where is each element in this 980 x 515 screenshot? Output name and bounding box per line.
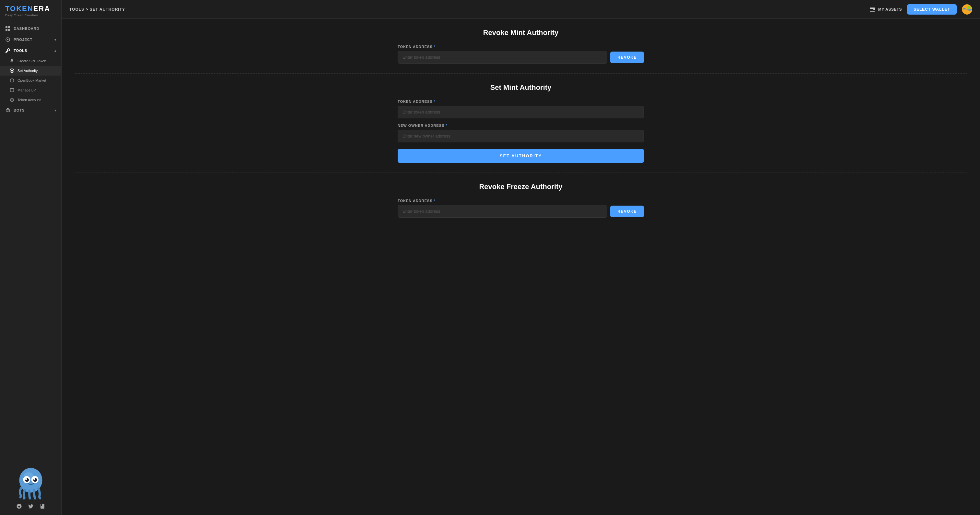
- sidebar-dashboard-label: DASHBOARD: [14, 27, 39, 30]
- svg-point-5: [7, 39, 8, 40]
- main-area: TOOLS > SET AUTHORITY MY ASSETS SELECT W…: [62, 0, 980, 515]
- revoke-mint-section: Revoke Mint Authority TOKEN ADDRESS * RE…: [398, 29, 644, 64]
- bots-chevron-icon: ▾: [54, 108, 56, 112]
- authority-icon: [10, 69, 14, 73]
- set-authority-btn-label: SET AUTHORITY: [500, 153, 542, 158]
- mascot-area: [0, 459, 61, 515]
- set-mint-title: Set Mint Authority: [398, 83, 644, 92]
- nav-section: DASHBOARD PROJECT ▾ TOOLS ▴ Create SPL T…: [0, 21, 61, 118]
- set-mint-token-label: TOKEN ADDRESS *: [398, 100, 644, 104]
- topbar-right: MY ASSETS SELECT WALLET: [870, 4, 972, 14]
- breadcrumb: TOOLS > SET AUTHORITY: [69, 7, 125, 12]
- book-icon[interactable]: [39, 503, 46, 510]
- telegram-icon[interactable]: [16, 503, 23, 510]
- sidebar-item-openbook-market[interactable]: OpenBook Market: [0, 76, 61, 85]
- manage-lp-icon: [10, 88, 14, 92]
- my-assets-button[interactable]: MY ASSETS: [870, 7, 902, 12]
- bots-icon: [5, 108, 10, 113]
- revoke-mint-token-label: TOKEN ADDRESS *: [398, 45, 644, 49]
- svg-point-8: [10, 79, 14, 82]
- svg-rect-2: [5, 29, 8, 31]
- sidebar: TOKENERA Easy Token Creation DASHBOARD P…: [0, 0, 62, 515]
- svg-rect-9: [10, 89, 14, 92]
- revoke-freeze-button[interactable]: REVOKE: [610, 206, 644, 217]
- logo-part1: TOKEN: [5, 5, 33, 13]
- revoke-freeze-btn-label: REVOKE: [617, 209, 637, 214]
- token-account-label: Token Account: [18, 98, 41, 102]
- openbook-icon: [10, 78, 14, 83]
- sidebar-bots-label: BOTS: [14, 108, 25, 112]
- set-mint-owner-input[interactable]: [398, 130, 644, 142]
- wallet-icon: [870, 7, 876, 12]
- sidebar-item-create-spl-token[interactable]: Create SPL Token: [0, 56, 61, 66]
- svg-point-25: [967, 6, 970, 9]
- set-mint-token-input[interactable]: [398, 106, 644, 118]
- project-chevron-icon: ▾: [54, 38, 56, 41]
- revoke-freeze-token-input[interactable]: [398, 205, 607, 218]
- logo: TOKENERA: [5, 5, 56, 13]
- set-authority-label: Set Authority: [18, 69, 38, 73]
- logo-subtitle: Easy Token Creation: [5, 14, 56, 17]
- set-mint-section: Set Mint Authority TOKEN ADDRESS * NEW O…: [398, 83, 644, 163]
- manage-lp-label: Manage LP: [18, 88, 36, 92]
- social-icons: [16, 503, 46, 510]
- openbook-label: OpenBook Market: [18, 78, 46, 82]
- sidebar-item-manage-lp[interactable]: Manage LP: [0, 85, 61, 95]
- project-icon: [5, 37, 10, 42]
- sidebar-item-bots[interactable]: BOTS ▾: [0, 105, 61, 116]
- svg-point-20: [33, 478, 35, 480]
- svg-point-7: [11, 70, 13, 71]
- svg-point-19: [25, 478, 27, 480]
- token-account-icon: [10, 97, 14, 102]
- set-mint-owner-label: NEW OWNER ADDRESS *: [398, 124, 644, 128]
- revoke-freeze-field-row: REVOKE: [398, 205, 644, 218]
- sidebar-item-project[interactable]: PROJECT ▾: [0, 34, 61, 45]
- dashboard-icon: [5, 26, 10, 31]
- svg-rect-0: [5, 26, 8, 28]
- select-wallet-label: SELECT WALLET: [913, 7, 950, 12]
- mascot-octopus: [13, 464, 49, 499]
- user-avatar[interactable]: [962, 4, 972, 14]
- breadcrumb-current: SET AUTHORITY: [90, 7, 125, 12]
- svg-rect-3: [8, 29, 10, 31]
- sidebar-item-token-account[interactable]: Token Account: [0, 95, 61, 105]
- create-spl-label: Create SPL Token: [18, 59, 46, 63]
- my-assets-label: MY ASSETS: [878, 7, 902, 12]
- rocket-icon: [10, 59, 14, 63]
- tools-chevron-icon: ▴: [54, 49, 56, 53]
- sidebar-project-label: PROJECT: [14, 38, 32, 41]
- twitter-icon[interactable]: [27, 503, 34, 510]
- sidebar-item-tools[interactable]: TOOLS ▴: [0, 45, 61, 56]
- breadcrumb-separator: >: [86, 7, 89, 12]
- sidebar-tools-label: TOOLS: [14, 49, 27, 53]
- revoke-freeze-section: Revoke Freeze Authority TOKEN ADDRESS * …: [398, 183, 644, 218]
- revoke-mint-btn-label: REVOKE: [617, 55, 637, 60]
- select-wallet-button[interactable]: SELECT WALLET: [907, 4, 957, 14]
- sidebar-item-dashboard[interactable]: DASHBOARD: [0, 23, 61, 34]
- revoke-freeze-token-label: TOKEN ADDRESS *: [398, 199, 644, 203]
- revoke-mint-field-row: REVOKE: [398, 51, 644, 64]
- logo-area: TOKENERA Easy Token Creation: [0, 0, 61, 21]
- revoke-mint-token-input[interactable]: [398, 51, 607, 64]
- logo-part2: ERA: [33, 5, 50, 13]
- divider-2: [75, 172, 967, 173]
- revoke-freeze-title: Revoke Freeze Authority: [398, 183, 644, 191]
- svg-rect-22: [870, 8, 875, 9]
- breadcrumb-root: TOOLS: [69, 7, 84, 12]
- sidebar-item-set-authority[interactable]: Set Authority: [0, 66, 61, 76]
- svg-rect-23: [873, 9, 875, 10]
- revoke-mint-title: Revoke Mint Authority: [398, 29, 644, 37]
- tools-icon: [5, 48, 10, 53]
- revoke-mint-button[interactable]: REVOKE: [610, 51, 644, 63]
- set-authority-button[interactable]: SET AUTHORITY: [398, 149, 644, 163]
- svg-rect-12: [7, 108, 9, 109]
- svg-rect-1: [8, 26, 10, 28]
- topbar: TOOLS > SET AUTHORITY MY ASSETS SELECT W…: [62, 0, 980, 19]
- content-area: Revoke Mint Authority TOKEN ADDRESS * RE…: [62, 19, 980, 515]
